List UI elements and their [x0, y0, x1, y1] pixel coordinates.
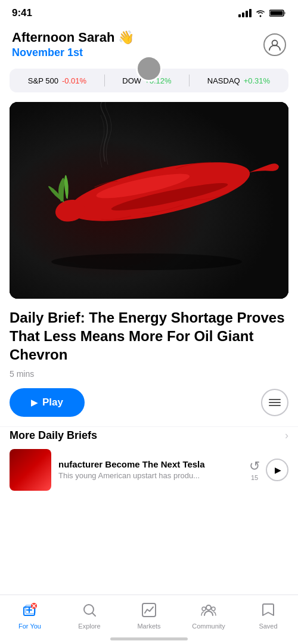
brief-play-icon: ▶ — [275, 465, 281, 475]
play-button[interactable]: ▶ Play — [10, 388, 85, 417]
svg-point-25 — [202, 607, 206, 611]
ticker-nasdaq[interactable]: NASDAQ +0.31% — [207, 76, 270, 85]
status-bar: 9:41 — [0, 0, 298, 24]
bottom-nav: For You Explore Markets — [0, 595, 298, 644]
greeting-section: Afternoon Sarah 👋 November 1st — [12, 30, 134, 59]
greeting-date: November 1st — [12, 47, 134, 59]
play-icon: ▶ — [31, 398, 38, 407]
nav-item-explore[interactable]: Explore — [60, 600, 119, 632]
play-label: Play — [42, 397, 63, 408]
signal-icon — [238, 9, 252, 17]
svg-point-24 — [206, 605, 211, 610]
replay-icon: ↺ — [249, 459, 260, 474]
nav-label-saved: Saved — [259, 623, 277, 630]
battery-icon — [269, 9, 286, 17]
ticker-sp500-value: -0.01% — [62, 76, 86, 85]
brief-thumbnail — [10, 449, 51, 491]
svg-rect-2 — [271, 11, 283, 16]
wifi-icon — [255, 9, 266, 17]
explore-icon — [82, 602, 97, 620]
ticker-nasdaq-name: NASDAQ — [207, 76, 240, 85]
menu-button[interactable] — [261, 389, 288, 416]
ticker-nasdaq-value: +0.31% — [244, 76, 270, 85]
nav-item-for-you[interactable]: For You — [0, 600, 60, 632]
nav-item-saved[interactable]: Saved — [238, 600, 298, 632]
article-duration: 5 mins — [10, 369, 288, 379]
for-you-icon — [22, 602, 38, 620]
nav-item-markets[interactable]: Markets — [119, 600, 179, 632]
nav-item-community[interactable]: Community — [179, 600, 238, 632]
ticker-divider-1 — [104, 75, 105, 86]
replay-count: 15 — [251, 474, 258, 481]
ticker-sp500[interactable]: S&P 500 -0.01% — [28, 76, 86, 85]
svg-line-22 — [92, 613, 95, 616]
community-icon — [201, 602, 216, 620]
more-briefs-header[interactable]: More Daily Briefs › — [0, 426, 298, 449]
greeting-text: Afternoon Sarah 👋 — [12, 30, 134, 45]
nav-label-explore: Explore — [78, 623, 100, 630]
ticker-dow-name: DOW — [122, 76, 141, 85]
brief-play-button[interactable]: ▶ — [266, 459, 288, 481]
nav-label-for-you: For You — [18, 623, 41, 630]
more-briefs-title: More Daily Briefs — [10, 429, 97, 442]
avatar[interactable] — [263, 33, 286, 56]
article-section: Daily Brief: The Energy Shortage Proves … — [0, 299, 298, 379]
saved-icon — [260, 602, 276, 620]
chevron-right-icon: › — [285, 429, 288, 442]
brief-info: nufacturer Become The Next Tesla This yo… — [58, 459, 242, 480]
brief-thumb-image — [10, 449, 51, 491]
ticker-divider-2 — [189, 75, 190, 86]
brief-title: nufacturer Become The Next Tesla — [58, 459, 242, 469]
status-icons — [238, 9, 286, 17]
svg-rect-1 — [284, 12, 285, 14]
home-indicator — [110, 637, 188, 640]
ticker-avatar — [136, 55, 162, 82]
status-time: 9:41 — [12, 7, 32, 19]
brief-controls: ↺ 15 ▶ — [249, 459, 288, 481]
nav-label-community: Community — [192, 623, 225, 630]
svg-point-26 — [212, 607, 215, 611]
brief-card[interactable]: nufacturer Become The Next Tesla This yo… — [0, 449, 298, 491]
replay-button[interactable]: ↺ 15 — [249, 459, 260, 481]
brief-subtitle: This young American upstart has produ... — [58, 471, 242, 480]
article-title: Daily Brief: The Energy Shortage Proves … — [10, 308, 288, 364]
markets-icon — [141, 602, 157, 620]
ticker-sp500-name: S&P 500 — [28, 76, 58, 85]
svg-point-10 — [51, 253, 242, 270]
market-ticker: S&P 500 -0.01% DOW +0.12% NASDAQ +0.31% — [10, 69, 288, 92]
hero-image — [10, 102, 288, 299]
nav-label-markets: Markets — [137, 623, 160, 630]
action-row: ▶ Play — [0, 379, 298, 426]
